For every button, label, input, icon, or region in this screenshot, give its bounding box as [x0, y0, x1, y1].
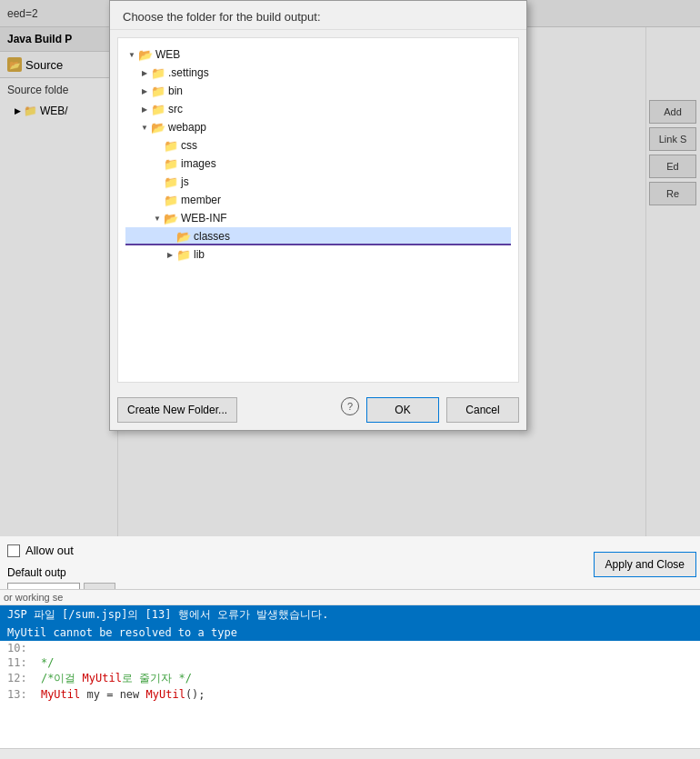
- tree-label-settings: .settings: [168, 66, 209, 79]
- tree-item-webinf[interactable]: ▼ 📂 WEB-INF: [125, 209, 511, 227]
- tree-label-webinf: WEB-INF: [181, 212, 227, 225]
- code-line-13: 13: MyUtil my = new MyUtil();: [0, 687, 700, 702]
- tree-item-src[interactable]: ▶ 📁 src: [125, 100, 511, 118]
- tree-label-css: css: [181, 139, 197, 152]
- folder-icon-settings: 📁: [151, 66, 165, 79]
- expand-arrow-webinf: ▼: [151, 211, 164, 225]
- folder-icon-member: 📁: [164, 194, 178, 206]
- allow-output-checkbox[interactable]: [7, 544, 20, 557]
- create-folder-button[interactable]: Create New Folder...: [117, 397, 237, 423]
- folder-icon-images: 📁: [164, 157, 178, 170]
- tree-label-webapp: webapp: [168, 121, 206, 134]
- tree-label-js: js: [181, 175, 189, 188]
- dialog-body: ▼ 📂 WEB ▶ 📁 .settings ▶ 📁 bin ▶ 📁 src: [117, 37, 519, 383]
- tree-item-bin[interactable]: ▶ 📁 bin: [125, 82, 511, 100]
- folder-icon-css: 📁: [164, 139, 178, 152]
- folder-icon-src: 📁: [151, 103, 165, 115]
- modal-overlay: Choose the folder for the build output: …: [0, 0, 700, 589]
- dialog-footer: Create New Folder... ? OK Cancel: [110, 390, 526, 430]
- expand-arrow-images: [151, 156, 164, 171]
- working-label: or working se: [4, 592, 63, 603]
- code-line-12: 12: /*이걸 MyUtil로 줄기자 */: [0, 670, 700, 687]
- tree-label-member: member: [181, 194, 221, 206]
- tree-item-web[interactable]: ▼ 📂 WEB: [125, 45, 511, 64]
- tree-item-webapp[interactable]: ▼ 📂 webapp: [125, 118, 511, 136]
- expand-arrow-lib: ▶: [164, 247, 176, 262]
- code-line-10: 10:: [0, 641, 700, 655]
- dialog-header: Choose the folder for the build output:: [110, 1, 526, 30]
- folder-chooser-dialog: Choose the folder for the build output: …: [109, 0, 527, 431]
- folder-icon-bin: 📁: [151, 85, 165, 97]
- expand-arrow-js: [151, 175, 164, 189]
- help-icon[interactable]: ?: [341, 397, 359, 415]
- tree-item-settings[interactable]: ▶ 📁 .settings: [125, 64, 511, 82]
- error-line-1: JSP 파일 [/sum.jsp]의 [13] 행에서 오류가 발생했습니다.: [0, 605, 700, 624]
- tree-label-lib: lib: [194, 248, 205, 261]
- folder-icon-webapp: 📂: [151, 121, 165, 134]
- tree-item-classes[interactable]: 📂 classes: [125, 227, 511, 245]
- apply-close-button[interactable]: Apply and Close: [594, 552, 696, 577]
- horizontal-scrollbar[interactable]: [0, 748, 700, 759]
- tree-label-classes: classes: [194, 230, 230, 243]
- folder-icon-classes: 📂: [176, 230, 191, 243]
- tree-item-member[interactable]: 📁 member: [125, 191, 511, 209]
- dialog-footer-right: ? OK Cancel: [341, 397, 519, 423]
- tree-item-images[interactable]: 📁 images: [125, 155, 511, 173]
- expand-arrow-settings: ▶: [138, 65, 151, 80]
- tree-label-src: src: [168, 103, 183, 115]
- folder-icon-js: 📁: [164, 175, 178, 188]
- code-line-11: 11: */: [0, 655, 700, 670]
- expand-arrow-css: [151, 138, 164, 153]
- allow-output-label: Allow out: [25, 544, 74, 557]
- code-editor: or working se JSP 파일 [/sum.jsp]의 [13] 행에…: [0, 589, 700, 759]
- tree-item-css[interactable]: 📁 css: [125, 136, 511, 155]
- underline-svg: [176, 243, 285, 245]
- expand-arrow-member: [151, 193, 164, 207]
- tree-label-images: images: [181, 157, 216, 170]
- folder-icon-lib: 📁: [176, 248, 191, 261]
- tree-item-lib[interactable]: ▶ 📁 lib: [125, 245, 511, 264]
- expand-arrow-webapp: ▼: [138, 120, 151, 135]
- tree-item-js[interactable]: 📁 js: [125, 173, 511, 191]
- expand-arrow-classes: [164, 229, 176, 244]
- folder-icon-webinf: 📂: [164, 212, 178, 225]
- tree-label-bin: bin: [168, 85, 183, 97]
- tree-label-web: WEB: [155, 48, 180, 61]
- error-line-2: MyUtil cannot be resolved to a type: [0, 624, 700, 641]
- expand-arrow-bin: ▶: [138, 84, 151, 98]
- cancel-button[interactable]: Cancel: [446, 397, 519, 423]
- expand-arrow-src: ▶: [138, 102, 151, 116]
- expand-arrow-web: ▼: [125, 47, 138, 62]
- folder-icon-web: 📂: [138, 48, 153, 61]
- ok-button[interactable]: OK: [366, 397, 439, 423]
